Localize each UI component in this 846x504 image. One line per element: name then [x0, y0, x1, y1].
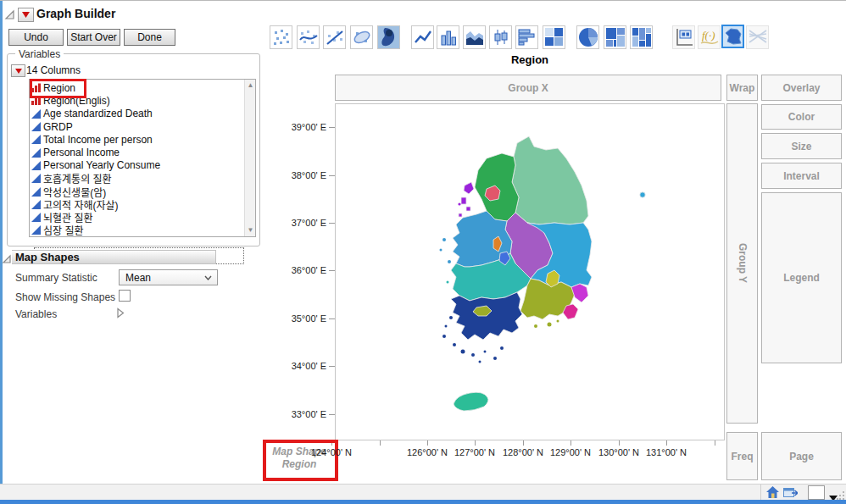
chevron-down-icon — [204, 275, 212, 280]
y-tick — [329, 127, 335, 128]
line-chart-icon[interactable] — [411, 25, 434, 49]
status-bar — [0, 484, 846, 501]
show-missing-shapes-label: Show Missing Shapes — [15, 291, 115, 303]
zone-group-y[interactable]: Group Y — [726, 103, 758, 424]
zone-size[interactable]: Size — [761, 133, 842, 159]
list-scrollbar[interactable]: ▲ ▼ — [244, 80, 255, 236]
columns-red-triangle-button[interactable] — [11, 64, 25, 77]
contour-icon[interactable] — [377, 25, 400, 49]
x-axis-label[interactable]: 129°00' N — [543, 447, 598, 457]
x-axis-label[interactable]: 131°00' N — [639, 447, 693, 457]
y-axis-label[interactable]: 37°00' E — [280, 218, 326, 228]
scroll-up-arrow[interactable]: ▲ — [245, 80, 256, 91]
list-item: 고의적 자해(자살) — [30, 198, 243, 211]
scroll-down-arrow[interactable]: ▼ — [245, 224, 256, 236]
bar-chart-icon[interactable] — [437, 25, 459, 49]
continuous-column-icon — [31, 225, 41, 235]
x-axis-label[interactable]: 126°00' N — [400, 447, 454, 457]
summary-statistic-dropdown[interactable]: Mean — [119, 269, 218, 285]
undo-button[interactable]: Undo — [8, 29, 64, 46]
zone-page[interactable]: Page — [761, 432, 842, 480]
continuous-column-icon — [31, 161, 41, 170]
points-icon[interactable] — [270, 25, 292, 49]
x-tick — [475, 440, 476, 446]
continuous-column-icon — [31, 122, 41, 131]
y-tick — [329, 223, 335, 224]
color-swatch[interactable] — [808, 485, 825, 500]
list-item: GRDP — [30, 120, 243, 133]
x-axis-label[interactable]: 127°00' N — [448, 447, 502, 457]
graph-builder-window: Graph Builder Undo Start Over Done — [0, 0, 846, 504]
columns-list[interactable]: Region Region(Englis) Age standardized D… — [29, 79, 256, 237]
zone-color[interactable]: Color — [761, 104, 842, 130]
line-of-fit-icon[interactable] — [323, 25, 346, 49]
continuous-column-icon — [31, 213, 41, 222]
graph-title: Region — [335, 53, 725, 66]
x-tick — [619, 440, 620, 446]
x-tick — [570, 440, 571, 446]
x-tick — [523, 440, 524, 446]
continuous-column-icon — [31, 135, 41, 144]
zone-freq[interactable]: Freq — [726, 432, 758, 480]
columns-count-label: 14 Columns — [26, 64, 81, 76]
ellipse-icon[interactable] — [350, 25, 373, 49]
start-over-button[interactable]: Start Over — [67, 29, 120, 46]
zone-legend[interactable]: Legend — [761, 192, 842, 363]
y-axis-label[interactable]: 38°00' E — [280, 170, 326, 180]
y-axis-label[interactable]: 35°00' E — [280, 313, 326, 324]
region-highlight-box — [30, 79, 86, 98]
y-axis-label[interactable]: 36°00' E — [280, 265, 326, 275]
red-triangle-menu-button[interactable] — [18, 8, 34, 22]
page-title: Graph Builder — [36, 7, 115, 20]
formula-icon[interactable]: f(·) — [698, 25, 721, 49]
outline-disclosure-icon[interactable] — [4, 8, 15, 24]
box-plot-icon[interactable] — [489, 25, 512, 49]
x-tick — [666, 440, 667, 446]
y-axis-label[interactable]: 34°00' E — [280, 361, 326, 371]
histogram-icon[interactable] — [515, 25, 538, 49]
continuous-column-icon — [31, 187, 41, 197]
heatmap-icon[interactable] — [543, 25, 565, 49]
korea-choropleth-map — [336, 104, 724, 440]
zone-wrap[interactable]: Wrap — [726, 75, 758, 101]
svg-text:f(·): f(·) — [702, 29, 715, 42]
x-axis-label[interactable]: 130°00' N — [592, 447, 646, 457]
list-item: 호흡계통의 질환 — [30, 172, 243, 185]
area-chart-icon[interactable] — [463, 25, 486, 49]
continuous-column-icon — [31, 109, 41, 119]
x-axis-label[interactable]: 124°00' N — [304, 447, 359, 457]
y-axis-label[interactable]: 33°00' E — [280, 409, 326, 419]
list-item: Age standardized Death — [30, 108, 243, 120]
parallel-plot-icon[interactable] — [746, 25, 769, 49]
y-tick — [329, 366, 335, 367]
y-tick — [329, 414, 335, 415]
y-tick — [329, 270, 335, 271]
window-bottom-edge — [0, 500, 846, 504]
variables-disclosure-icon[interactable] — [116, 307, 125, 322]
map-shapes-header[interactable]: Map Shapes — [12, 250, 216, 264]
done-button[interactable]: Done — [124, 29, 175, 46]
map-plot-area[interactable] — [335, 103, 725, 440]
show-missing-shapes-checkbox[interactable] — [119, 290, 131, 302]
continuous-column-icon — [31, 174, 41, 183]
zone-interval[interactable]: Interval — [761, 163, 842, 189]
zone-overlay[interactable]: Overlay — [761, 75, 842, 101]
pie-chart-icon[interactable] — [576, 25, 599, 49]
zone-group-x[interactable]: Group X — [335, 75, 721, 101]
smoother-icon[interactable] — [297, 25, 320, 49]
map-shapes-disclosure-icon[interactable] — [2, 252, 12, 268]
continuous-column-icon — [31, 200, 41, 209]
list-item: Total Income per person — [30, 133, 243, 146]
x-tick — [715, 440, 715, 446]
list-item: Personal Income — [30, 146, 243, 158]
treemap-icon[interactable] — [604, 25, 626, 49]
x-tick — [427, 440, 428, 446]
map-shapes-icon[interactable] — [721, 25, 744, 48]
status-bar-divider — [760, 485, 761, 500]
y-axis-label[interactable]: 39°00' E — [280, 122, 326, 132]
caption-box-icon[interactable] — [672, 25, 695, 49]
x-axis-label[interactable]: 128°00' N — [496, 447, 550, 457]
mosaic-icon[interactable] — [630, 25, 653, 49]
list-item: Personal Yearly Consume — [30, 159, 243, 172]
summary-statistic-label: Summary Statistic — [15, 272, 97, 284]
